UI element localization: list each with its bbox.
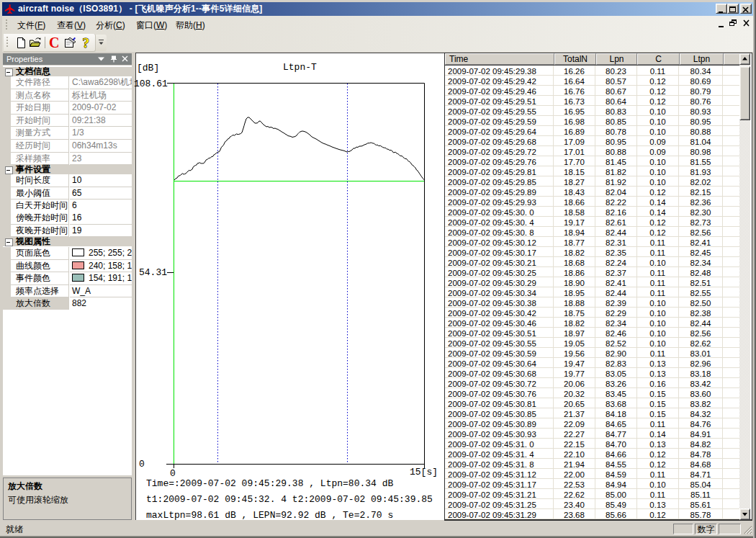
svg-text:?: ? <box>83 37 90 49</box>
